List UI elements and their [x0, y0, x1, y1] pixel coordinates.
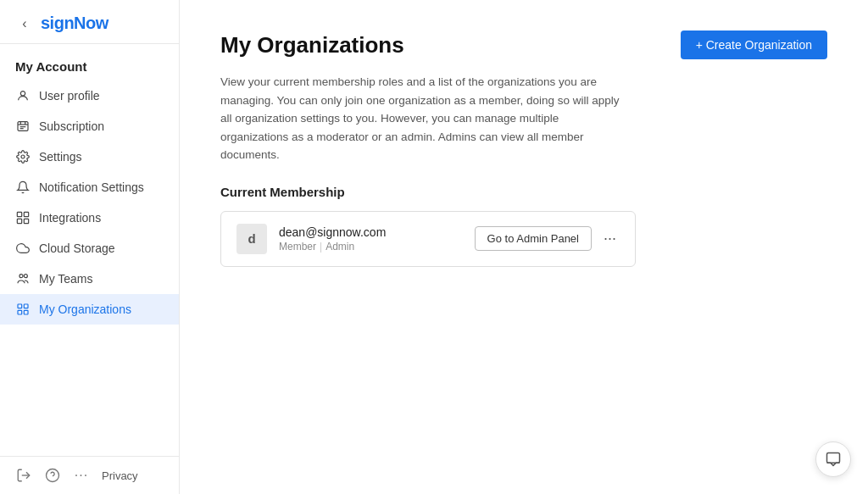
page-description: View your current membership roles and a… — [220, 73, 627, 164]
go-to-admin-panel-button[interactable]: Go to Admin Panel — [475, 226, 592, 251]
sidebar: ‹ signNow My Account User profile Subscr… — [0, 0, 180, 494]
subscription-icon — [15, 119, 31, 134]
help-icon[interactable] — [44, 467, 61, 484]
main-content: My Organizations + Create Organization V… — [180, 0, 868, 494]
sidebar-item-label: Integrations — [39, 211, 101, 225]
svg-rect-9 — [24, 212, 28, 216]
settings-icon — [15, 149, 31, 164]
svg-rect-11 — [24, 219, 28, 223]
svg-point-19 — [47, 469, 59, 482]
sidebar-item-my-teams[interactable]: My Teams — [0, 264, 179, 294]
sidebar-item-user-profile[interactable]: User profile — [0, 80, 179, 111]
current-membership-title: Current Membership — [220, 185, 827, 199]
sidebar-item-settings[interactable]: Settings — [0, 142, 179, 172]
page-header: My Organizations + Create Organization — [220, 31, 827, 59]
sidebar-nav: User profile Subscription Settings — [0, 80, 179, 456]
svg-rect-15 — [24, 304, 28, 308]
integrations-icon — [15, 210, 31, 225]
sidebar-item-cloud-storage[interactable]: Cloud Storage — [0, 233, 179, 264]
membership-actions: Go to Admin Panel ··· — [475, 226, 620, 251]
sidebar-item-label: Subscription — [39, 119, 104, 133]
svg-rect-17 — [24, 310, 28, 314]
sidebar-item-label: My Organizations — [39, 303, 131, 316]
page-title: My Organizations — [220, 32, 404, 58]
cloud-icon — [15, 241, 31, 256]
sidebar-item-integrations[interactable]: Integrations — [0, 203, 179, 233]
sidebar-item-label: My Teams — [39, 272, 93, 286]
role-member: Member — [279, 241, 316, 253]
membership-card: d dean@signnow.com Member | Admin Go to … — [220, 211, 636, 267]
logout-icon[interactable] — [15, 467, 32, 484]
sidebar-item-subscription[interactable]: Subscription — [0, 111, 179, 142]
chat-bubble-button[interactable] — [815, 441, 851, 477]
sidebar-footer: ··· Privacy — [0, 456, 179, 494]
svg-rect-10 — [17, 219, 21, 223]
notification-icon — [15, 180, 31, 195]
sidebar-item-label: User profile — [39, 89, 100, 103]
back-button[interactable]: ‹ — [15, 14, 34, 33]
role-separator: | — [320, 241, 322, 253]
sidebar-item-label: Notification Settings — [39, 180, 144, 194]
role-admin: Admin — [326, 241, 354, 253]
avatar: d — [236, 224, 267, 254]
sidebar-section-title: My Account — [0, 44, 179, 80]
membership-roles: Member | Admin — [279, 241, 463, 253]
organizations-icon — [15, 302, 31, 317]
svg-point-13 — [24, 275, 27, 278]
svg-rect-21 — [827, 453, 840, 463]
more-options-icon[interactable]: ··· — [73, 467, 90, 484]
brand-name: signNow — [41, 14, 108, 33]
svg-rect-1 — [18, 122, 28, 131]
svg-rect-14 — [18, 304, 22, 308]
svg-rect-16 — [18, 310, 22, 314]
svg-point-7 — [21, 155, 25, 158]
membership-email: dean@signnow.com — [279, 225, 463, 239]
sidebar-logo: ‹ signNow — [0, 0, 179, 44]
more-actions-button[interactable]: ··· — [600, 226, 620, 251]
privacy-link[interactable]: Privacy — [102, 469, 138, 482]
svg-point-0 — [20, 92, 25, 96]
sidebar-item-notification-settings[interactable]: Notification Settings — [0, 172, 179, 203]
create-organization-button[interactable]: + Create Organization — [681, 31, 827, 59]
teams-icon — [15, 271, 31, 286]
svg-rect-8 — [17, 212, 21, 216]
user-icon — [15, 88, 31, 103]
sidebar-item-my-organizations[interactable]: My Organizations — [0, 294, 179, 325]
sidebar-item-label: Cloud Storage — [39, 241, 115, 255]
svg-point-12 — [19, 275, 23, 278]
sidebar-item-label: Settings — [39, 150, 82, 164]
membership-info: dean@signnow.com Member | Admin — [279, 225, 463, 253]
